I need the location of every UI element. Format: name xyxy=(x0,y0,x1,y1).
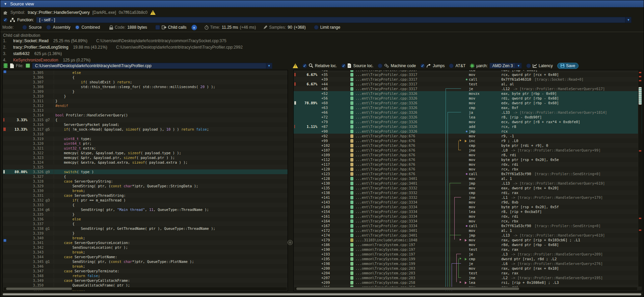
assembly-row[interactable]: +109...ent\TracyProfiler.hpp:676movr8, r… xyxy=(294,153,642,157)
assembly-row[interactable]: +207...ommon\TracySystem.cpp:203jne.L2->… xyxy=(294,275,642,280)
assembly-hscrollbar[interactable] xyxy=(294,287,638,291)
assembly-hscrollbar-thumb[interactable] xyxy=(296,288,519,290)
source-line[interactable]: 3,339} xyxy=(3,231,288,236)
window-hscrollbar[interactable] xyxy=(2,293,643,296)
source-line[interactable]: 3,311} xyxy=(3,99,288,103)
att-toggle[interactable]: AT&T xyxy=(449,63,465,68)
assembly-row[interactable]: +141...ent\TracyProfiler.cpp:3332jne.L1-… xyxy=(294,195,642,200)
assembly-row[interactable]: +143...ent\TracyProfiler.cpp:3334movr9d,… xyxy=(294,200,642,205)
source-line[interactable]: 3,335} xyxy=(3,212,288,217)
assembly-row[interactable]: +52...ent\TracyProfiler.cpp:3326movzxeax… xyxy=(294,91,642,96)
source-line[interactable]: 3,344case ServerQueryPlotName: xyxy=(3,254,288,259)
source-line[interactable]: 3,341case ServerQuerySourceLocation: xyxy=(3,240,288,245)
pane-splitter-knob[interactable] xyxy=(288,240,293,245)
source-line[interactable]: 3,312#endif xyxy=(3,103,288,108)
assembly-row[interactable]: +117...ent\TracyProfiler.hpp:676movrdx, … xyxy=(294,162,642,167)
assembly-row[interactable]: +209...ommon\TracySystem.cpp:258learsi, … xyxy=(294,280,642,285)
combined-radio[interactable] xyxy=(75,25,80,30)
source-line[interactable]: 3,328case ServerQueryString: xyxy=(3,179,288,184)
assembly-row[interactable]: +200...ommon\TracySystem.cpp:203movrax, … xyxy=(294,266,642,271)
collapse-icon[interactable]: ▼ xyxy=(4,2,7,6)
assembly-row[interactable]: +102...ent\TracyProfiler.hpp:676cmpbyte … xyxy=(294,143,642,148)
assembly-row[interactable]: +186...ommon\TracySystem.cpp:197movr8d, … xyxy=(294,242,642,247)
assembly-row[interactable]: +120...ent\TracyProfiler.hpp:676movrcx, … xyxy=(294,167,642,171)
latency-checkbox[interactable] xyxy=(526,63,531,68)
propagate-up-button[interactable]: ▲ xyxy=(191,25,197,30)
assembly-radio[interactable] xyxy=(46,25,51,30)
uarch-select[interactable]: AMD Zen 3 ▼ xyxy=(489,63,522,69)
assembly-row[interactable]: +154...ent\TracyProfiler.cpp:3334lear8, … xyxy=(294,209,642,214)
source-line[interactable]: 3,310} xyxy=(3,94,288,99)
child-calls-checkbox[interactable] xyxy=(155,25,160,30)
source-line[interactable]: 3,346break; xyxy=(3,264,288,269)
source-line[interactable]: 3,306{ xyxy=(3,75,288,80)
assembly-row[interactable]: +66...ent\TracyProfiler.cpp:3326ja.L33->… xyxy=(294,110,642,115)
chevron-down-icon[interactable]: ▼ xyxy=(625,17,631,23)
source-loc-toggle[interactable]: Source loc. xyxy=(341,63,373,68)
source-line[interactable]: 3,345@1SendString( ptr, (const char*)ptr… xyxy=(3,259,288,264)
assembly-row[interactable]: +107...ent\TracyProfiler.hpp:676jne.L0->… xyxy=(294,148,642,153)
source-line[interactable]: 3.33%3,315@7{ xyxy=(3,117,288,122)
relative-loc-checkbox[interactable] xyxy=(302,63,307,68)
assembly-row[interactable]: +198...ommon\TracySystem.cpp:199je.L6-> … xyxy=(294,261,642,266)
source-hscrollbar-thumb[interactable] xyxy=(6,288,72,290)
assembly-row[interactable]: +174...ent\TracyProfiler.cpp:3401jmp.L13… xyxy=(294,233,642,238)
chevron-down-icon[interactable]: ▼ xyxy=(515,63,521,68)
jumps-checkbox[interactable] xyxy=(420,63,425,68)
assembly-row[interactable]: +172...ent\TracyProfiler.cpp:3401moval, … xyxy=(294,228,642,233)
child-calls-toggle[interactable]: Child calls xyxy=(155,25,187,30)
source-line[interactable]: 3,313 xyxy=(3,108,288,113)
source-hscrollbar[interactable] xyxy=(3,287,287,291)
source-line[interactable]: 3,314bool Profiler::HandleServerQuery() xyxy=(3,113,288,117)
source-line[interactable]: 3,342SendSourceLocation( ptr ); xyxy=(3,245,288,250)
source-line[interactable]: 3,308std::this_thread::sleep_for( std::c… xyxy=(3,84,288,89)
source-line[interactable]: 3,340break; xyxy=(3,236,288,240)
assembly-row[interactable]: +164...ent\TracyProfiler.cpp:3334movrcx,… xyxy=(294,219,642,223)
machine-code-toggle[interactable]: Machine code xyxy=(378,63,416,68)
source-line[interactable]: 3,323memcpy( &ptr, &payload.ptr, sizeof(… xyxy=(3,155,288,160)
child-call-row[interactable]: 1.tracy::Socket::Read25.25 ms (54.89%)C:… xyxy=(3,37,644,44)
assembly-row[interactable]: +161...ent\TracyProfiler.cpp:3334movrdx,… xyxy=(294,214,642,219)
source-line[interactable]: 3,331case ServerQueryThreadString: xyxy=(3,193,288,198)
relative-loc-toggle[interactable]: Relative loc. xyxy=(302,63,337,68)
function-select[interactable]: [ - self - ] ▼ xyxy=(36,17,632,23)
assembly-row[interactable]: +31...ent\TracyProfiler.cpp:3317learax, … xyxy=(294,70,642,72)
assembly-row[interactable]: +72...ent\TracyProfiler.cpp:3326lear8, [… xyxy=(294,115,642,119)
source-line[interactable]: 3,343break; xyxy=(3,250,288,254)
limit-range-checkbox[interactable] xyxy=(314,25,319,30)
source-line[interactable]: 3,327{ xyxy=(3,174,288,179)
assembly-row[interactable]: 6.67%+44...ent\TracyProfiler.cpp:3317tes… xyxy=(294,82,642,86)
assembly-row[interactable]: 1.11%+87...ent\TracyProfiler.cpp:3326add… xyxy=(294,124,642,129)
latency-toggle[interactable]: Latency xyxy=(526,63,553,68)
source-line[interactable]: 3,333{ xyxy=(3,202,288,207)
source-line[interactable]: 3,347case ServerQueryTerminate: xyxy=(3,269,288,273)
source-line[interactable]: 13.33%3,317@5if( !m_sock->Read( &payload… xyxy=(3,127,288,132)
mode-option-combined[interactable]: Combined xyxy=(75,25,100,30)
assembly-row[interactable]: +193...ommon\TracySystem.cpp:197je.L3-> … xyxy=(294,252,642,256)
save-button[interactable]: Save xyxy=(557,63,579,69)
assembly-row[interactable]: +138...ent\TracyProfiler.cpp:3332cmprdi,… xyxy=(294,190,642,195)
source-line[interactable]: 3,336else xyxy=(3,217,288,221)
source-line[interactable]: 80.00%3,326@9switch( type ) xyxy=(3,169,288,174)
assembly-row[interactable]: +128...ent\TracyProfiler.cpp:3401moval, … xyxy=(294,176,642,181)
assembly-row[interactable]: +167...ent\TracyProfiler.cpp:3334call0x7… xyxy=(294,223,642,228)
source-line[interactable]: 3,319uint8_t type; xyxy=(3,136,288,141)
att-checkbox[interactable] xyxy=(449,63,454,68)
assembly-row[interactable]: +112...ent\TracyProfiler.hpp:676movbyte … xyxy=(294,157,642,162)
source-line[interactable]: 3,330break; xyxy=(3,188,288,193)
mode-option-assembly[interactable]: Assembly xyxy=(46,25,70,30)
window-hscrollbar-thumb[interactable] xyxy=(3,293,641,295)
jumps-toggle[interactable]: Jumps xyxy=(420,63,445,68)
source-line[interactable]: 3,318 xyxy=(3,132,288,136)
source-line[interactable]: 3,338@1SendString( ptr, GetThreadName( p… xyxy=(3,226,288,231)
assembly-row[interactable]: +79...ent\TracyProfiler.cpp:3326movecx, … xyxy=(294,119,642,124)
assembly-row[interactable]: +179....31103\include\atomic:1048movrax,… xyxy=(294,238,642,242)
assembly-row[interactable]: +99...ent\TracyProfiler.hpp:676incr9 ; .… xyxy=(294,138,642,143)
assembly-row[interactable]: +123...ent\TracyProfiler.hpp:676call0x7f… xyxy=(294,171,642,176)
assembly-row[interactable]: +135...ent\TracyProfiler.cpp:3332moveax,… xyxy=(294,186,642,190)
assembly-row[interactable]: +149...ent\TracyProfiler.cpp:3334movbyte… xyxy=(294,205,642,209)
assembly-row[interactable]: +190...ommon\TracySystem.cpp:197testrax,… xyxy=(294,247,642,252)
source-line[interactable]: 3,337{ xyxy=(3,221,288,226)
child-call-row[interactable]: 2.tracy::Profiler::SendLongString19.88 m… xyxy=(3,44,644,50)
source-line[interactable]: 3,305else xyxy=(3,70,288,75)
